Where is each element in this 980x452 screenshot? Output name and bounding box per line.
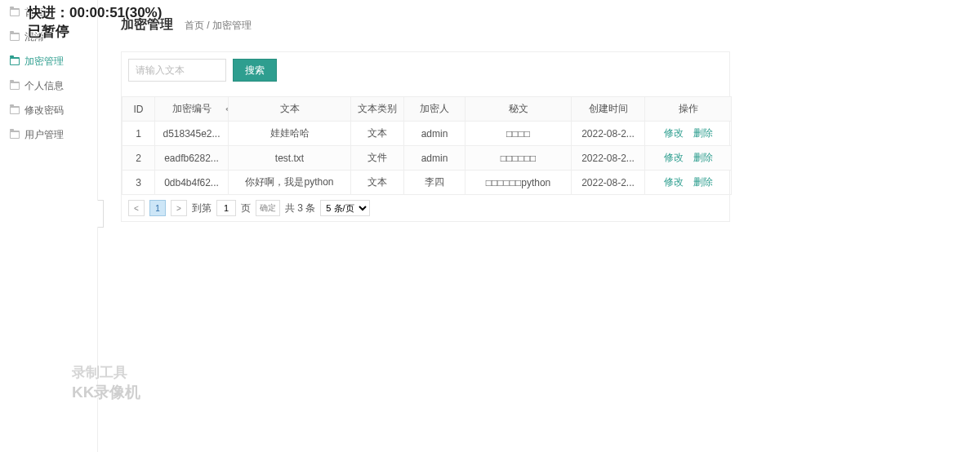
sidebar-item-label: 加密管理: [24, 55, 64, 69]
pagination: < 1 > 到第 页 确定 共 3 条 5 条/页: [122, 195, 729, 221]
content-panel: 搜索 ID 加密编号⇹ 文本 文本类别 加密人 秘文 创建时间 操作 1: [121, 51, 730, 222]
sidebar-item-label: 修改密码: [24, 104, 64, 117]
cell-ops: 修改删除: [645, 171, 732, 195]
pager-total: 共 3 条: [285, 202, 315, 215]
cell-text: test.txt: [229, 146, 351, 171]
cell-cipher: □□□□: [466, 122, 572, 146]
breadcrumb-current: 加密管理: [212, 20, 252, 31]
folder-icon: [10, 57, 20, 65]
breadcrumb-home[interactable]: 首页: [185, 20, 204, 31]
page-header: 加密管理 首页 / 加密管理: [121, 16, 957, 33]
page-title: 加密管理: [121, 16, 173, 33]
cell-user: admin: [404, 122, 466, 146]
search-input[interactable]: [128, 59, 226, 82]
delete-link[interactable]: 删除: [693, 176, 713, 188]
pager-page-input[interactable]: [216, 200, 236, 216]
main-content: 加密管理 首页 / 加密管理 搜索 ID 加密编号⇹ 文本 文本类别 加密人 秘…: [98, 0, 980, 238]
pager-prev-button[interactable]: <: [128, 200, 145, 216]
sidebar-item-users[interactable]: 用户管理: [0, 122, 97, 147]
sidebar-item-password[interactable]: 修改密码: [0, 98, 97, 122]
col-user: 加密人: [404, 97, 466, 122]
pager-page-1[interactable]: 1: [149, 200, 166, 216]
cell-enc-no: 0db4b4f62...: [155, 171, 229, 195]
cell-ops: 修改删除: [645, 146, 732, 171]
sidebar-item-label: 混淆: [24, 30, 44, 44]
cell-text: 你好啊，我是python: [229, 171, 351, 195]
sidebar-item-obfuscate[interactable]: 混淆: [0, 24, 97, 49]
cell-id: 1: [122, 122, 155, 146]
cell-ctime: 2022-08-2...: [572, 146, 645, 171]
folder-icon: [10, 8, 20, 16]
sidebar: 首页 混淆 加密管理 个人信息 修改密码 用户管理: [0, 0, 98, 452]
search-button[interactable]: 搜索: [233, 59, 277, 82]
table-row: 3 0db4b4f62... 你好啊，我是python 文本 李四 □□□□□□…: [122, 171, 732, 195]
folder-icon: [10, 82, 20, 90]
cell-cipher: □□□□□□: [466, 146, 572, 171]
cell-type: 文本: [351, 171, 404, 195]
delete-link[interactable]: 删除: [693, 127, 713, 139]
table-row: 2 eadfb6282... test.txt 文件 admin □□□□□□ …: [122, 146, 732, 171]
sidebar-item-label: 首页: [24, 6, 44, 20]
table-header-row: ID 加密编号⇹ 文本 文本类别 加密人 秘文 创建时间 操作: [122, 97, 732, 122]
col-enc-no: 加密编号⇹: [155, 97, 229, 122]
cell-ops: 修改删除: [645, 122, 732, 146]
col-ops: 操作: [645, 97, 732, 122]
cell-type: 文本: [351, 122, 404, 146]
sidebar-item-label: 用户管理: [24, 128, 64, 142]
data-table: ID 加密编号⇹ 文本 文本类别 加密人 秘文 创建时间 操作 1 d51834…: [122, 96, 732, 195]
folder-icon: [10, 33, 20, 41]
edit-link[interactable]: 修改: [664, 176, 684, 188]
cell-text: 娃娃哈哈: [229, 122, 351, 146]
sidebar-item-label: 个人信息: [24, 79, 64, 93]
sidebar-item-home[interactable]: 首页: [0, 0, 97, 24]
col-cipher: 秘文: [466, 97, 572, 122]
folder-icon: [10, 131, 20, 139]
cell-user: admin: [404, 146, 466, 171]
search-bar: 搜索: [122, 52, 729, 88]
breadcrumb: 首页 / 加密管理: [185, 19, 252, 33]
pager-page-unit: 页: [241, 202, 251, 215]
pager-to-label: 到第: [192, 202, 212, 215]
folder-icon: [10, 106, 20, 114]
edit-link[interactable]: 修改: [664, 152, 684, 163]
col-text: 文本: [229, 97, 351, 122]
cell-id: 2: [122, 146, 155, 171]
breadcrumb-sep: /: [204, 20, 212, 31]
cell-type: 文件: [351, 146, 404, 171]
sidebar-item-encrypt[interactable]: 加密管理: [0, 49, 97, 73]
table-row: 1 d518345e2... 娃娃哈哈 文本 admin □□□□ 2022-0…: [122, 122, 732, 146]
sidebar-collapse-handle[interactable]: [97, 200, 104, 228]
col-type: 文本类别: [351, 97, 404, 122]
pager-confirm-button[interactable]: 确定: [256, 200, 280, 216]
cell-ctime: 2022-08-2...: [572, 122, 645, 146]
cell-id: 3: [122, 171, 155, 195]
cell-cipher: □□□□□□python: [466, 171, 572, 195]
cell-user: 李四: [404, 171, 466, 195]
sidebar-item-profile[interactable]: 个人信息: [0, 73, 97, 98]
pager-next-button[interactable]: >: [171, 200, 187, 216]
edit-link[interactable]: 修改: [664, 127, 684, 139]
delete-link[interactable]: 删除: [693, 152, 713, 163]
cell-enc-no: d518345e2...: [155, 122, 229, 146]
cell-ctime: 2022-08-2...: [572, 171, 645, 195]
col-ctime: 创建时间: [572, 97, 645, 122]
col-id: ID: [122, 97, 155, 122]
cell-enc-no: eadfb6282...: [155, 146, 229, 171]
pager-size-select[interactable]: 5 条/页: [320, 200, 370, 216]
